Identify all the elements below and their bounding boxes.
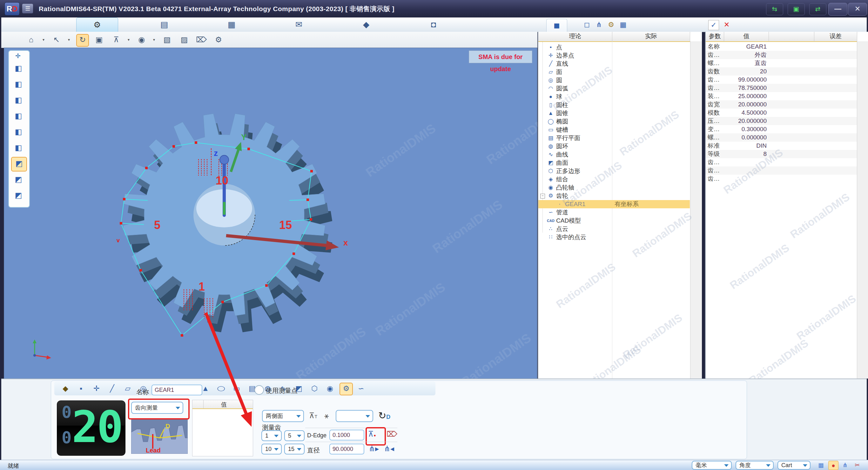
tree-item-管道[interactable]: ∽管道 bbox=[538, 208, 690, 217]
d-edge-input[interactable] bbox=[329, 430, 364, 440]
auto-feature-icon[interactable]: ◆ bbox=[59, 383, 71, 394]
probe-touch-icon[interactable]: ⊼● bbox=[368, 430, 376, 439]
grid-points-icon[interactable]: ▦ bbox=[816, 461, 826, 469]
tree-item-圆弧[interactable]: ◠圆弧 bbox=[538, 85, 690, 93]
ribbon-tab-calculator[interactable]: ▦ bbox=[211, 18, 252, 32]
remote-users-icon[interactable]: ⇄ bbox=[809, 3, 827, 15]
tree-item-点[interactable]: ▪点 bbox=[538, 43, 690, 52]
tree-item-平行平面[interactable]: ▤平行平面 bbox=[538, 134, 690, 142]
param-row-压…[interactable]: 压…20.000000 bbox=[706, 117, 857, 125]
plane-icon[interactable]: ▱ bbox=[122, 383, 134, 394]
param-row-螺…[interactable]: 螺…直齿 bbox=[706, 59, 857, 67]
tree-item-球[interactable]: ●球 bbox=[538, 93, 690, 101]
param-row-等级[interactable]: 等级8 bbox=[706, 150, 857, 158]
tree-item-椭圆[interactable]: ◯椭圆 bbox=[538, 118, 690, 126]
coord-system-select[interactable]: Cart bbox=[777, 461, 810, 470]
ribbon-tab-ink[interactable]: ◘ bbox=[413, 18, 454, 32]
measure-surface-multi-icon[interactable]: ◩ bbox=[11, 173, 26, 186]
measure-surface-icon[interactable]: ◩ bbox=[11, 157, 27, 171]
param-row-齿宽[interactable]: 齿宽20.000000 bbox=[706, 100, 857, 108]
tree-item-边界点[interactable]: ✛边界点 bbox=[538, 52, 690, 60]
tree-item-曲面[interactable]: ◩曲面 bbox=[538, 159, 690, 167]
params-scrollbar[interactable] bbox=[857, 41, 868, 379]
probe-export-icon[interactable]: ⊼ bbox=[111, 34, 122, 45]
measure-cube-red-icon[interactable]: ◧ bbox=[11, 77, 26, 91]
pipe-icon[interactable]: ∽ bbox=[355, 383, 367, 394]
flank-select[interactable]: 两侧面 bbox=[262, 410, 304, 422]
param-row-齿…[interactable]: 齿… bbox=[706, 166, 857, 175]
param-row-齿数[interactable]: 齿数20 bbox=[706, 67, 857, 75]
eraser-icon[interactable]: ⌦ bbox=[386, 430, 397, 439]
param-row-标准[interactable]: 标准DIN bbox=[706, 142, 857, 150]
ellipse-icon[interactable]: ◯ bbox=[215, 384, 227, 392]
pin-icon[interactable]: ✛ bbox=[15, 52, 21, 60]
param-row-模数[interactable]: 模数4.500000 bbox=[706, 108, 857, 117]
angle-select[interactable]: 角度 bbox=[736, 461, 774, 470]
measure-mode-select[interactable]: 齿向测量 bbox=[131, 402, 183, 414]
use-measure-points-checkbox[interactable] bbox=[254, 385, 264, 395]
tree-item-选中的点云[interactable]: ∷选中的点云 bbox=[538, 233, 690, 241]
3d-viewport[interactable]: vzYx105151 SMA is due for update Rationa… bbox=[4, 48, 537, 379]
ribbon-tab-comments[interactable]: ✉ bbox=[278, 18, 319, 32]
panel-tab-probe[interactable]: ⋔ bbox=[594, 20, 604, 30]
tree-item-齿轮[interactable]: −⚙齿轮 bbox=[538, 192, 690, 200]
panel-tab-gears[interactable]: ⚙ bbox=[606, 20, 616, 30]
tree-item-直线[interactable]: ╱直线 bbox=[538, 60, 690, 68]
panel-tab-solid-cube[interactable]: ◼ bbox=[546, 19, 567, 32]
color-palette-icon[interactable]: ▧ bbox=[161, 34, 173, 45]
param-row-变…[interactable]: 变…0.300000 bbox=[706, 125, 857, 133]
edit-feature-icon[interactable]: ◧ bbox=[11, 125, 26, 138]
param-row-齿…[interactable]: 齿…99.000000 bbox=[706, 75, 857, 84]
panel-tab-window-view[interactable]: ▦ bbox=[618, 20, 628, 30]
tooth-select-10[interactable]: 10 bbox=[261, 444, 282, 455]
camshaft-icon[interactable]: ◉ bbox=[324, 383, 336, 394]
tree-item-凸轮轴[interactable]: ◉凸轮轴 bbox=[538, 184, 690, 192]
tree-item-曲线[interactable]: ∿曲线 bbox=[538, 151, 690, 159]
delete-trash-icon[interactable]: ⌦ bbox=[196, 34, 207, 45]
panel-tab-cube-small[interactable]: ◻ bbox=[582, 20, 592, 30]
param-row-装…[interactable]: 装…25.000000 bbox=[706, 92, 857, 100]
tree-item-组合[interactable]: ◈组合 bbox=[538, 175, 690, 184]
minimize-button[interactable]: — bbox=[828, 3, 847, 15]
slot-icon[interactable]: ▭ bbox=[230, 383, 243, 394]
param-row-齿…[interactable]: 齿… bbox=[706, 158, 857, 166]
tree-item-键槽[interactable]: ▭键槽 bbox=[538, 126, 690, 134]
measure-half-cube-icon[interactable]: ◩ bbox=[11, 189, 26, 202]
panel-checkbox-icon[interactable]: ✓ bbox=[708, 20, 719, 30]
probe-angle-icon[interactable]: ⊼T bbox=[309, 411, 317, 420]
refresh-d-icon[interactable]: ↻D bbox=[378, 410, 390, 421]
expander-icon[interactable]: − bbox=[540, 194, 545, 198]
ribbon-tab-document[interactable]: ▤ bbox=[144, 18, 185, 32]
dropdown-caret-icon[interactable]: ▾ bbox=[153, 37, 155, 42]
units-select[interactable]: 毫米 bbox=[692, 461, 732, 470]
tooth-select-15[interactable]: 15 bbox=[284, 444, 305, 455]
select-cursor-icon[interactable]: ↖ bbox=[51, 34, 62, 45]
dropdown-caret-icon[interactable]: ▾ bbox=[128, 37, 130, 42]
probe-feature-icon[interactable]: ◧ bbox=[11, 141, 26, 154]
cursor-settings-icon[interactable]: ⚙ bbox=[213, 34, 224, 45]
param-row-齿…[interactable]: 齿… bbox=[706, 175, 857, 183]
zoom-window-icon[interactable]: ▣ bbox=[93, 34, 105, 45]
probe-forward-icon[interactable]: ⋔▸ bbox=[369, 444, 379, 453]
diameter-input[interactable] bbox=[329, 444, 364, 455]
measure-cube-icon[interactable]: ◧ bbox=[11, 109, 26, 123]
tree-item-正多边形[interactable]: ⬡正多边形 bbox=[538, 167, 690, 175]
feature-name-input[interactable] bbox=[152, 384, 202, 395]
tree-item-GEAR1[interactable]: ·GEAR1有坐标系 bbox=[538, 200, 690, 208]
param-row-螺…[interactable]: 螺…0.000000 bbox=[706, 133, 857, 142]
tree-item-圆柱[interactable]: ▯圆柱 bbox=[538, 101, 690, 109]
probe-star-icon[interactable]: ⚹ bbox=[324, 411, 329, 420]
tree-item-圆[interactable]: ◎圆 bbox=[538, 76, 690, 85]
ribbon-tab-colors[interactable]: ◆ bbox=[345, 18, 387, 32]
boundary-point-icon[interactable]: ✛ bbox=[91, 383, 102, 394]
line-icon[interactable]: ╱ bbox=[106, 383, 118, 394]
dropdown-caret-icon[interactable]: ▾ bbox=[42, 37, 44, 42]
measure-cube-dot-icon[interactable]: ◧ bbox=[11, 93, 26, 107]
tree-item-圆锥[interactable]: ▲圆锥 bbox=[538, 109, 690, 118]
measure-disabled-icon[interactable]: ◧ bbox=[11, 62, 26, 75]
tooth-select-5[interactable]: 5 bbox=[284, 430, 305, 441]
tooth-select-1[interactable]: 1 bbox=[261, 430, 282, 441]
view-eye-icon[interactable]: ◉ bbox=[136, 34, 147, 45]
home-icon[interactable]: ⌂ bbox=[25, 34, 37, 45]
tree-item-点云[interactable]: ∴点云 bbox=[538, 225, 690, 233]
